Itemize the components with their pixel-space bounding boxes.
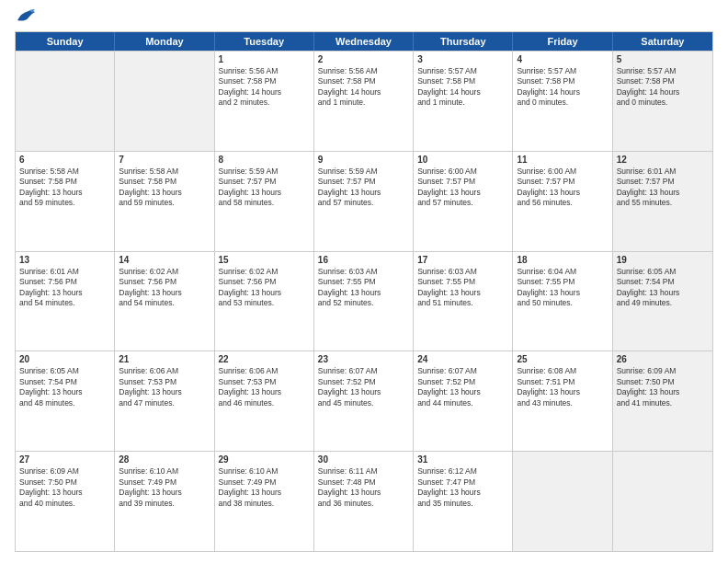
- weekday-header-thursday: Thursday: [414, 32, 513, 51]
- empty-cell-0-1: [115, 52, 214, 151]
- calendar-row-1: 6Sunrise: 5:58 AMSunset: 7:58 PMDaylight…: [16, 151, 712, 251]
- cell-text-line: and 41 minutes.: [617, 398, 709, 408]
- day-number: 4: [517, 54, 608, 64]
- cell-text-line: Sunrise: 6:12 AM: [417, 466, 508, 477]
- weekday-header-tuesday: Tuesday: [215, 32, 314, 51]
- day-cell-6: 6Sunrise: 5:58 AMSunset: 7:58 PMDaylight…: [16, 152, 115, 251]
- cell-text-line: and 1 minute.: [417, 98, 508, 108]
- day-number: 21: [119, 354, 210, 364]
- cell-text-line: Sunrise: 6:07 AM: [417, 366, 508, 376]
- logo-bird-icon: [16, 9, 36, 26]
- cell-text-line: and 50 minutes.: [517, 298, 608, 308]
- cell-text-line: and 1 minute.: [318, 98, 409, 108]
- cell-text-line: Sunset: 7:58 PM: [219, 76, 310, 86]
- day-number: 13: [19, 255, 110, 265]
- cell-text-line: Sunrise: 5:57 AM: [517, 66, 608, 76]
- cell-text-line: Sunset: 7:55 PM: [318, 277, 409, 287]
- cell-text-line: Sunrise: 6:07 AM: [318, 366, 409, 376]
- day-number: 31: [417, 454, 508, 465]
- cell-text-line: Sunrise: 6:06 AM: [219, 366, 310, 376]
- cell-text-line: and 36 minutes.: [318, 499, 409, 509]
- day-number: 2: [318, 54, 409, 64]
- day-cell-10: 10Sunrise: 6:00 AMSunset: 7:57 PMDayligh…: [414, 152, 513, 251]
- day-cell-17: 17Sunrise: 6:03 AMSunset: 7:55 PMDayligh…: [414, 252, 513, 351]
- cell-text-line: and 57 minutes.: [318, 198, 409, 208]
- cell-text-line: Sunset: 7:56 PM: [119, 277, 210, 287]
- day-number: 29: [219, 454, 310, 465]
- cell-text-line: Sunrise: 6:05 AM: [617, 267, 709, 277]
- cell-text-line: and 39 minutes.: [119, 499, 210, 509]
- day-cell-25: 25Sunrise: 6:08 AMSunset: 7:51 PMDayligh…: [513, 351, 612, 451]
- cell-text-line: Daylight: 13 hours: [617, 288, 709, 298]
- day-number: 7: [119, 155, 210, 165]
- calendar-row-3: 20Sunrise: 6:05 AMSunset: 7:54 PMDayligh…: [16, 350, 712, 451]
- empty-cell-0-0: [16, 52, 115, 151]
- day-number: 12: [617, 155, 709, 165]
- day-number: 18: [517, 255, 608, 265]
- calendar-body: 1Sunrise: 5:56 AMSunset: 7:58 PMDaylight…: [16, 51, 712, 551]
- cell-text-line: Sunset: 7:51 PM: [517, 377, 608, 387]
- calendar: SundayMondayTuesdayWednesdayThursdayFrid…: [15, 31, 713, 552]
- day-cell-24: 24Sunrise: 6:07 AMSunset: 7:52 PMDayligh…: [414, 351, 513, 451]
- cell-text-line: and 54 minutes.: [119, 298, 210, 308]
- cell-text-line: Daylight: 13 hours: [19, 387, 110, 397]
- cell-text-line: Sunrise: 5:58 AM: [119, 167, 210, 177]
- cell-text-line: Sunrise: 6:00 AM: [417, 167, 508, 177]
- cell-text-line: Sunset: 7:55 PM: [417, 277, 508, 287]
- cell-text-line: Sunset: 7:58 PM: [617, 76, 709, 86]
- day-cell-30: 30Sunrise: 6:11 AMSunset: 7:48 PMDayligh…: [314, 452, 414, 551]
- cell-text-line: and 0 minutes.: [517, 98, 608, 108]
- cell-text-line: Daylight: 14 hours: [417, 87, 508, 98]
- cell-text-line: Sunset: 7:58 PM: [517, 76, 608, 86]
- cell-text-line: Daylight: 14 hours: [617, 87, 709, 98]
- cell-text-line: Sunrise: 5:59 AM: [219, 167, 310, 177]
- day-cell-20: 20Sunrise: 6:05 AMSunset: 7:54 PMDayligh…: [16, 351, 115, 451]
- cell-text-line: Sunrise: 6:04 AM: [517, 267, 608, 277]
- day-cell-15: 15Sunrise: 6:02 AMSunset: 7:56 PMDayligh…: [215, 252, 314, 351]
- cell-text-line: Sunrise: 5:57 AM: [617, 66, 709, 76]
- cell-text-line: Sunset: 7:56 PM: [19, 277, 110, 287]
- cell-text-line: Sunset: 7:52 PM: [417, 377, 508, 387]
- day-cell-8: 8Sunrise: 5:59 AMSunset: 7:57 PMDaylight…: [215, 152, 314, 251]
- cell-text-line: Sunrise: 6:01 AM: [617, 167, 709, 177]
- cell-text-line: Sunset: 7:57 PM: [617, 177, 709, 187]
- cell-text-line: Daylight: 13 hours: [417, 188, 508, 198]
- day-number: 26: [617, 354, 709, 364]
- cell-text-line: Sunset: 7:57 PM: [517, 177, 608, 187]
- cell-text-line: Sunrise: 6:11 AM: [318, 466, 409, 477]
- cell-text-line: and 54 minutes.: [19, 298, 110, 308]
- day-cell-1: 1Sunrise: 5:56 AMSunset: 7:58 PMDaylight…: [215, 52, 314, 151]
- cell-text-line: Daylight: 13 hours: [517, 188, 608, 198]
- day-number: 6: [19, 155, 110, 165]
- cell-text-line: Daylight: 13 hours: [19, 488, 110, 498]
- cell-text-line: and 59 minutes.: [119, 198, 210, 208]
- day-number: 25: [517, 354, 608, 364]
- cell-text-line: and 51 minutes.: [417, 298, 508, 308]
- cell-text-line: Sunrise: 5:56 AM: [318, 66, 409, 76]
- day-cell-26: 26Sunrise: 6:09 AMSunset: 7:50 PMDayligh…: [613, 351, 712, 451]
- cell-text-line: Daylight: 13 hours: [318, 387, 409, 397]
- cell-text-line: Sunrise: 5:57 AM: [417, 66, 508, 76]
- cell-text-line: Daylight: 13 hours: [219, 188, 310, 198]
- cell-text-line: Daylight: 13 hours: [318, 488, 409, 498]
- cell-text-line: Sunset: 7:55 PM: [517, 277, 608, 287]
- day-cell-3: 3Sunrise: 5:57 AMSunset: 7:58 PMDaylight…: [414, 52, 513, 151]
- cell-text-line: Sunrise: 6:08 AM: [517, 366, 608, 376]
- day-cell-12: 12Sunrise: 6:01 AMSunset: 7:57 PMDayligh…: [613, 152, 712, 251]
- day-cell-4: 4Sunrise: 5:57 AMSunset: 7:58 PMDaylight…: [513, 52, 612, 151]
- day-cell-23: 23Sunrise: 6:07 AMSunset: 7:52 PMDayligh…: [314, 351, 414, 451]
- cell-text-line: Sunrise: 6:02 AM: [119, 267, 210, 277]
- calendar-header: SundayMondayTuesdayWednesdayThursdayFrid…: [16, 32, 712, 51]
- logo: [15, 11, 36, 24]
- cell-text-line: Sunrise: 6:10 AM: [119, 466, 210, 477]
- day-number: 3: [417, 54, 508, 64]
- cell-text-line: Sunrise: 5:58 AM: [19, 167, 110, 177]
- day-cell-19: 19Sunrise: 6:05 AMSunset: 7:54 PMDayligh…: [613, 252, 712, 351]
- cell-text-line: Sunset: 7:53 PM: [219, 377, 310, 387]
- weekday-header-monday: Monday: [115, 32, 214, 51]
- calendar-row-0: 1Sunrise: 5:56 AMSunset: 7:58 PMDaylight…: [16, 51, 712, 151]
- calendar-row-4: 27Sunrise: 6:09 AMSunset: 7:50 PMDayligh…: [16, 451, 712, 551]
- day-number: 28: [119, 454, 210, 465]
- day-number: 30: [318, 454, 409, 465]
- cell-text-line: Daylight: 13 hours: [19, 188, 110, 198]
